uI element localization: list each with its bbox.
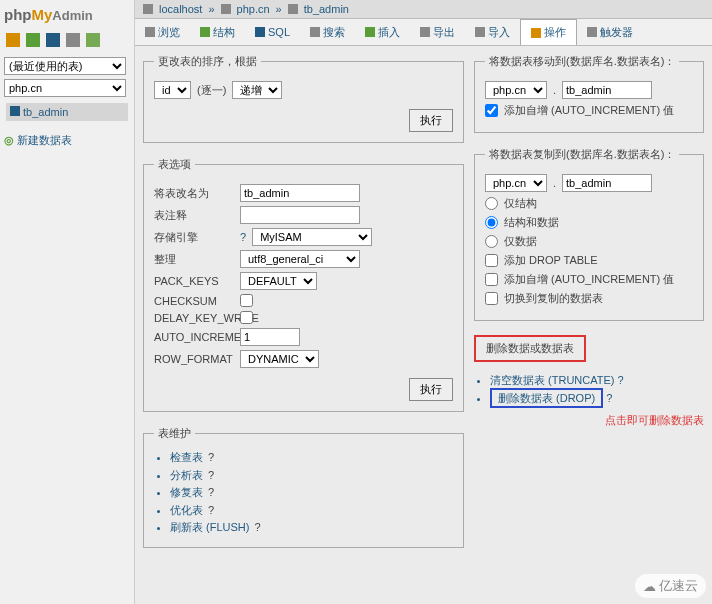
table-tree: tb_admin bbox=[0, 99, 134, 125]
import-icon bbox=[475, 27, 485, 37]
comment-label: 表注释 bbox=[154, 208, 234, 223]
bc-db[interactable]: php.cn bbox=[237, 3, 270, 15]
bc-table[interactable]: tb_admin bbox=[304, 3, 349, 15]
maint-repair[interactable]: 修复表 bbox=[170, 486, 203, 498]
maintenance-fieldset: 表维护 检查表 ? 分析表 ? 修复表 ? 优化表 ? 刷新表 (FLUSH) … bbox=[143, 426, 464, 548]
maint-analyze[interactable]: 分析表 bbox=[170, 469, 203, 481]
sort-exec-button[interactable]: 执行 bbox=[409, 109, 453, 132]
truncate-link[interactable]: 清空数据表 (TRUNCATE) bbox=[490, 374, 614, 386]
engine-label: 存储引擎 bbox=[154, 230, 234, 245]
db-select[interactable]: php.cn bbox=[4, 79, 126, 97]
drop-link[interactable]: 删除数据表 (DROP) bbox=[498, 392, 595, 404]
rename-input[interactable] bbox=[240, 184, 360, 202]
copy-switch-checkbox[interactable] bbox=[485, 292, 498, 305]
help-icon[interactable]: ? bbox=[240, 231, 246, 243]
copy-dataonly-radio[interactable] bbox=[485, 235, 498, 248]
drop-legend: 删除数据或数据表 bbox=[474, 335, 586, 362]
table-icon bbox=[10, 106, 20, 116]
server-icon bbox=[143, 4, 153, 14]
help-icon[interactable]: ? bbox=[208, 486, 214, 498]
copy-structonly-radio[interactable] bbox=[485, 197, 498, 210]
tab-triggers[interactable]: 触发器 bbox=[577, 19, 643, 45]
search-icon bbox=[310, 27, 320, 37]
pack-label: PACK_KEYS bbox=[154, 275, 234, 287]
checksum-label: CHECKSUM bbox=[154, 295, 234, 307]
options-legend: 表选项 bbox=[154, 157, 195, 172]
move-db-select[interactable]: php.cn bbox=[485, 81, 547, 99]
tree-table[interactable]: tb_admin bbox=[6, 103, 128, 121]
recent-tables-select[interactable]: (最近使用的表) bbox=[4, 57, 126, 75]
export-icon bbox=[420, 27, 430, 37]
table-icon bbox=[288, 4, 298, 14]
browse-icon bbox=[145, 27, 155, 37]
tab-sql[interactable]: SQL bbox=[245, 19, 300, 45]
collation-label: 整理 bbox=[154, 252, 234, 267]
rename-label: 将表改名为 bbox=[154, 186, 234, 201]
copy-legend: 将数据表复制到(数据库名.数据表名)： bbox=[485, 147, 679, 162]
delay-label: DELAY_KEY_WRITE bbox=[154, 312, 234, 324]
brand-badge: ☁亿速云 bbox=[635, 574, 706, 598]
help-icon[interactable]: ? bbox=[618, 374, 624, 386]
drop-warning: 点击即可删除数据表 bbox=[474, 407, 704, 428]
tab-structure[interactable]: 结构 bbox=[190, 19, 245, 45]
sort-fieldset: 更改表的排序，根据 id (逐一) 递增 执行 bbox=[143, 54, 464, 143]
rowformat-select[interactable]: DYNAMIC bbox=[240, 350, 319, 368]
operations-icon bbox=[531, 28, 541, 38]
db-icon bbox=[221, 4, 231, 14]
tab-search[interactable]: 搜索 bbox=[300, 19, 355, 45]
help-icon[interactable]: ? bbox=[208, 504, 214, 516]
sql-icon[interactable] bbox=[46, 33, 60, 47]
quick-icons bbox=[0, 29, 134, 55]
checksum-checkbox[interactable] bbox=[240, 294, 253, 307]
logo: phpMyAdmin bbox=[0, 0, 134, 29]
sql-tab-icon bbox=[255, 27, 265, 37]
help-icon[interactable]: ? bbox=[606, 392, 612, 404]
delay-checkbox[interactable] bbox=[240, 311, 253, 324]
sidebar: phpMyAdmin (最近使用的表) php.cn tb_admin ◎ 新建… bbox=[0, 0, 135, 604]
copy-c2-label: 添加自增 (AUTO_INCREMENT) 值 bbox=[504, 272, 674, 287]
help-icon[interactable]: ? bbox=[255, 521, 261, 533]
move-table-input[interactable] bbox=[562, 81, 652, 99]
pack-select[interactable]: DEFAULT bbox=[240, 272, 317, 290]
insert-icon bbox=[365, 27, 375, 37]
help-icon[interactable]: ? bbox=[208, 469, 214, 481]
copy-structdata-radio[interactable] bbox=[485, 216, 498, 229]
maint-flush[interactable]: 刷新表 (FLUSH) bbox=[170, 521, 249, 533]
tab-insert[interactable]: 插入 bbox=[355, 19, 410, 45]
copy-drop-checkbox[interactable] bbox=[485, 254, 498, 267]
copy-c1-label: 添加 DROP TABLE bbox=[504, 253, 598, 268]
home-icon[interactable] bbox=[6, 33, 20, 47]
comment-input[interactable] bbox=[240, 206, 360, 224]
collation-select[interactable]: utf8_general_ci bbox=[240, 250, 360, 268]
breadcrumb: localhost » php.cn » tb_admin bbox=[135, 0, 712, 19]
tab-browse[interactable]: 浏览 bbox=[135, 19, 190, 45]
settings-icon[interactable] bbox=[86, 33, 100, 47]
help-icon[interactable]: ? bbox=[208, 451, 214, 463]
move-autoinc-checkbox[interactable] bbox=[485, 104, 498, 117]
bc-host[interactable]: localhost bbox=[159, 3, 202, 15]
move-autoinc-label: 添加自增 (AUTO_INCREMENT) 值 bbox=[504, 103, 674, 118]
rowformat-label: ROW_FORMAT bbox=[154, 353, 234, 365]
copy-fieldset: 将数据表复制到(数据库名.数据表名)： php.cn . 仅结构 结构和数据 仅… bbox=[474, 147, 704, 321]
sort-column-select[interactable]: id bbox=[154, 81, 191, 99]
docs-icon[interactable] bbox=[66, 33, 80, 47]
move-legend: 将数据表移动到(数据库名.数据表名)： bbox=[485, 54, 679, 69]
sort-legend: 更改表的排序，根据 bbox=[154, 54, 261, 69]
new-table-link[interactable]: ◎ 新建数据表 bbox=[0, 127, 134, 154]
tab-import[interactable]: 导入 bbox=[465, 19, 520, 45]
autoinc-input[interactable] bbox=[240, 328, 300, 346]
copy-c3-label: 切换到复制的数据表 bbox=[504, 291, 603, 306]
copy-db-select[interactable]: php.cn bbox=[485, 174, 547, 192]
triggers-icon bbox=[587, 27, 597, 37]
options-exec-button[interactable]: 执行 bbox=[409, 378, 453, 401]
copy-autoinc-checkbox[interactable] bbox=[485, 273, 498, 286]
logout-icon[interactable] bbox=[26, 33, 40, 47]
sort-dir-label: (逐一) bbox=[197, 83, 226, 98]
tab-export[interactable]: 导出 bbox=[410, 19, 465, 45]
maint-optimize[interactable]: 优化表 bbox=[170, 504, 203, 516]
maint-check[interactable]: 检查表 bbox=[170, 451, 203, 463]
copy-table-input[interactable] bbox=[562, 174, 652, 192]
tab-operations[interactable]: 操作 bbox=[520, 19, 577, 45]
engine-select[interactable]: MyISAM bbox=[252, 228, 372, 246]
sort-dir-select[interactable]: 递增 bbox=[232, 81, 282, 99]
